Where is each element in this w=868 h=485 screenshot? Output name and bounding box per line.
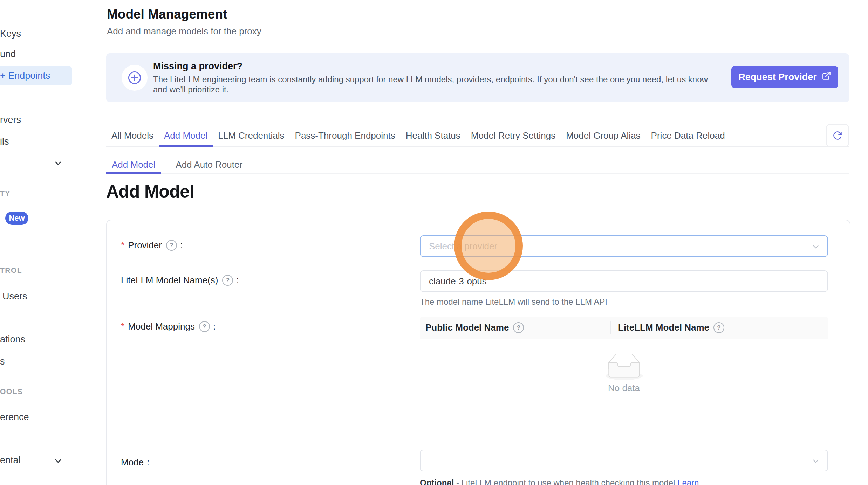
mode-label: Mode (121, 457, 144, 468)
banner-body: The LiteLLM engineering team is constant… (153, 74, 714, 95)
help-icon[interactable]: ? (166, 240, 177, 251)
sidebar-section-label: TY (0, 189, 11, 198)
external-link-icon (822, 71, 831, 83)
plus-circle-icon (122, 65, 148, 91)
page-title: Model Management (107, 7, 227, 22)
model-name-label: LiteLLM Model Name(s) (121, 275, 218, 286)
help-icon[interactable]: ? (222, 275, 233, 286)
tab-llm-credentials[interactable]: LLM Credentials (213, 125, 289, 146)
model-mappings-label: Model Mappings (128, 321, 195, 332)
sidebar-item[interactable]: ental (0, 455, 21, 466)
tab-model-retry-settings[interactable]: Model Retry Settings (466, 125, 561, 146)
sidebar-item[interactable]: ils (0, 136, 9, 147)
tab-health-status[interactable]: Health Status (401, 125, 466, 146)
page-subtitle: Add and manage models for the proxy (107, 26, 261, 37)
model-mappings-table: Public Model Name ? LiteLLM Model Name ? (420, 317, 828, 450)
sidebar-item-label: + Endpoints (0, 70, 50, 81)
provider-placeholder: Select a provider (429, 241, 497, 252)
provider-label: Provider (128, 240, 162, 251)
add-model-subtabs: Add Model Add Auto Router (106, 156, 849, 174)
subtab-add-model[interactable]: Add Model (106, 156, 161, 173)
model-name-input[interactable] (420, 270, 828, 292)
banner-title: Missing a provider? (153, 61, 242, 72)
sidebar-item-models-endpoints[interactable]: + Endpoints (0, 66, 72, 85)
sidebar-item[interactable]: rvers (0, 114, 21, 125)
learn-more-link[interactable]: Learn (677, 478, 699, 485)
chevron-down-icon[interactable] (53, 158, 64, 169)
tab-all-models[interactable]: All Models (106, 125, 159, 146)
model-tabs: All Models Add Model LLM Credentials Pas… (106, 125, 849, 147)
tab-price-data-reload[interactable]: Price Data Reload (646, 125, 730, 146)
sidebar-item[interactable]: Keys (0, 28, 21, 39)
table-header: Public Model Name ? LiteLLM Model Name ? (420, 317, 828, 339)
new-badge: New (5, 212, 28, 225)
sidebar-item[interactable]: Users (2, 291, 27, 302)
section-heading: Add Model (106, 181, 194, 202)
model-mappings-label-row: * Model Mappings ? : (121, 321, 216, 332)
sidebar-item[interactable]: s (0, 356, 5, 367)
public-model-name-header: Public Model Name ? (420, 317, 611, 339)
chevron-down-icon (811, 457, 820, 468)
model-management-page: Keys und + Endpoints rvers ils TY New TR… (0, 0, 868, 485)
sidebar-item[interactable]: und (0, 48, 16, 60)
provider-label-row: * Provider ? : (121, 240, 183, 251)
refresh-button[interactable] (826, 124, 849, 147)
no-data-text: No data (420, 383, 828, 394)
sidebar-item[interactable]: ations (0, 334, 25, 345)
help-icon[interactable]: ? (713, 322, 724, 333)
help-icon[interactable]: ? (513, 322, 524, 333)
required-asterisk: * (121, 240, 124, 251)
model-name-helper: The model name LiteLLM will send to the … (420, 297, 607, 307)
mode-select[interactable] (420, 450, 828, 471)
help-icon[interactable]: ? (199, 321, 210, 332)
model-name-label-row: LiteLLM Model Name(s) ? : (121, 275, 239, 286)
mode-label-row: Mode : (121, 457, 149, 468)
litellm-model-name-header: LiteLLM Model Name ? (611, 317, 828, 339)
mode-helper: Optional - LiteLLM endpoint to use when … (420, 478, 699, 485)
refresh-icon (833, 131, 842, 140)
chevron-down-icon (811, 242, 820, 254)
add-model-form-card: * Provider ? : Select a provider LiteLLM… (106, 220, 850, 485)
sidebar-section-label: TROL (0, 266, 22, 275)
required-asterisk: * (121, 321, 124, 332)
request-provider-button[interactable]: Request Provider (731, 66, 838, 88)
tab-pass-through-endpoints[interactable]: Pass-Through Endpoints (290, 125, 401, 146)
subtab-add-auto-router[interactable]: Add Auto Router (170, 156, 248, 173)
tab-add-model[interactable]: Add Model (159, 125, 213, 146)
provider-select[interactable]: Select a provider (420, 235, 828, 257)
inbox-icon (603, 353, 645, 381)
sidebar-section-label: OOLS (0, 387, 23, 396)
missing-provider-banner: Missing a provider? The LiteLLM engineer… (106, 53, 849, 102)
empty-state: No data (420, 353, 828, 450)
tab-model-group-alias[interactable]: Model Group Alias (561, 125, 645, 146)
sidebar-item[interactable]: erence (0, 411, 29, 423)
chevron-down-icon[interactable] (53, 455, 64, 466)
